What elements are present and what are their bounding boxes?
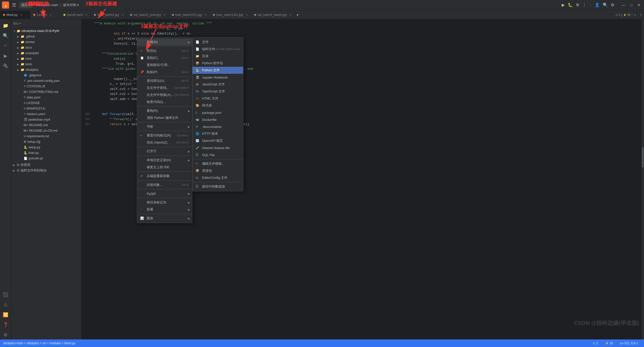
menu-item-paste[interactable]: 📌 粘贴(P) Ctrl+V: [137, 68, 192, 76]
menu-item-findinfile[interactable]: 在文件中查找... Ctrl+Shift+F: [137, 84, 192, 91]
tab-train-batch1322[interactable]: train_batch1322.jpg ✕: [210, 11, 251, 19]
new-html-item[interactable]: </> HTML 文件: [193, 95, 243, 102]
tree-docs[interactable]: ▶ 📁 docs: [11, 45, 81, 50]
notification-icon[interactable]: ⚠ 1 | ⚡ 15 ^ ∨: [613, 11, 638, 19]
activity-vcs-icon[interactable]: ⑂: [1, 41, 10, 50]
menu-item-chart[interactable]: 📊 图表: [137, 215, 192, 222]
new-gherkin-item[interactable]: 🥒 Gherkin feature file: [193, 144, 243, 151]
new-file-item[interactable]: 📄 文件: [193, 39, 243, 46]
tab-val-batch0[interactable]: val_batch0_labels.jpg ✕: [251, 11, 295, 19]
profile-icon[interactable]: 👤: [595, 3, 600, 7]
tree-data-yaml[interactable]: Y data.yaml: [11, 95, 81, 100]
menu-item-cut[interactable]: ✂ 剪切(I) Ctrl+X: [137, 47, 192, 54]
debug-icon[interactable]: 🐛: [568, 3, 573, 7]
new-pyfile-item[interactable]: 🐍 Python 文件: [193, 67, 243, 74]
new-openapi-item[interactable]: 🔄 OpenAPI 规范: [193, 137, 243, 144]
minimize-button[interactable]: —: [620, 3, 627, 8]
new-jupyter-item[interactable]: 📓 Jupyter Notebook: [193, 74, 243, 81]
tree-ultralytics[interactable]: ▶ 📁 ultralytics: [11, 67, 81, 73]
menu-item-copypath[interactable]: 复制路径/引用...: [137, 61, 192, 68]
menu-item-findusage[interactable]: 查找用法(U) Alt+F7: [137, 77, 192, 84]
tree-license[interactable]: ≡ LICENSE: [11, 100, 81, 106]
ide-settings-icon[interactable]: ⚙: [611, 3, 614, 7]
new-edittemplate-item[interactable]: ✏ 编辑文件模板...: [193, 160, 243, 167]
tab-close-icon[interactable]: ✕: [163, 13, 166, 17]
tab-yolov8-yaml[interactable]: yolov8.yaml ✕: [60, 11, 91, 19]
new-devcontainer-item[interactable]: ⚙ .devcontainer: [193, 123, 243, 130]
editor-scrollbar[interactable]: [641, 19, 644, 339]
tree-docker[interactable]: ▶ 📁 docker: [11, 39, 81, 45]
menu-item-markdir[interactable]: 将目录标记为: [137, 199, 192, 206]
project-selector[interactable]: 项目 ▾: [19, 2, 32, 8]
tree-contributing[interactable]: M+ CONTRIBUTING.md: [11, 89, 81, 95]
activity-run-icon[interactable]: ▶: [1, 51, 10, 60]
tree-github[interactable]: ▶ 📁 .github: [11, 34, 81, 39]
tab-close-icon[interactable]: ✕: [289, 13, 291, 17]
tree-setupcfg[interactable]: ⚙ setup.cfg: [11, 139, 81, 145]
hamburger-icon[interactable]: ☰: [11, 1, 17, 9]
tree-mkdocs[interactable]: Y mkdocs.yaml: [11, 111, 81, 117]
status-errors[interactable]: ⚠ 1: [593, 341, 598, 345]
menu-item-compare[interactable]: 比较对象... Ctrl+D: [137, 181, 192, 188]
menu-item-new[interactable]: 新建(N): [137, 39, 192, 46]
run-icon[interactable]: ▶: [562, 3, 565, 7]
tree-examples[interactable]: ▶ 📁 examples: [11, 50, 81, 56]
close-button[interactable]: ✕: [636, 3, 642, 8]
tab-block-py[interactable]: block.py ✕: [0, 11, 30, 19]
new-tempfile-item[interactable]: 📄 临时文件 Ctrl+Alt+Shift+Insert: [193, 46, 243, 53]
menu-item-reload[interactable]: ↺ 从磁盘重新加载: [137, 172, 192, 180]
git-icon[interactable]: ⑂: [638, 11, 644, 19]
status-line[interactable]: Ln 312, Col 1: [620, 341, 638, 345]
tree-setuppy[interactable]: 🐍 setup.py: [11, 145, 81, 150]
tree-external[interactable]: ▶ 🏛 外部库: [11, 162, 81, 168]
menu-item-clearpyc[interactable]: 清除 Python 编译文件: [137, 114, 192, 121]
new-http-item[interactable]: 🌐 HTTP 请求: [193, 130, 243, 137]
vcs-selector[interactable]: ultralytics-main | 版本控制 ▾: [34, 2, 81, 8]
menu-item-replaceinfile[interactable]: 在文件中替换(A)... Ctrl+Shift+R: [137, 91, 192, 98]
new-editorconfig-item[interactable]: ⚙ EditorConfig 文件: [193, 174, 243, 181]
tree-readme-cn[interactable]: M+ README.zh-CN.md: [11, 128, 81, 133]
menu-item-fixide[interactable]: 修复文上的 IDE: [137, 164, 192, 171]
tree-root[interactable]: ▼ 📁 ultralytics-main D:\2-Pyth: [11, 28, 81, 34]
new-ts-item[interactable]: TS TypeScript 文件: [193, 88, 243, 95]
activity-terminal-icon[interactable]: ⬛: [1, 290, 10, 299]
status-warnings[interactable]: ⚡ 15: [605, 341, 613, 345]
activity-settings-icon[interactable]: ⚙: [1, 330, 10, 339]
menu-item-reformat[interactable]: ≡ 重置代码格式(R) Ctrl+Alt+L: [137, 132, 192, 139]
tab-close-icon[interactable]: ✕: [246, 13, 248, 17]
tab-train-batch1321[interactable]: train_batch1321.jpg ✕: [169, 11, 210, 19]
new-sql-item[interactable]: 🗄 SQL File: [193, 151, 243, 158]
new-resourcebundle-item[interactable]: 📦 资源包: [193, 167, 243, 174]
activity-git-icon[interactable]: 🔀: [1, 310, 10, 319]
activity-plugins-icon[interactable]: 🔌: [1, 61, 10, 71]
new-packagejson-item[interactable]: {} package.json: [193, 109, 243, 116]
tab-close-icon[interactable]: ✕: [85, 13, 88, 17]
menu-item-localhistory[interactable]: 本地历史记录(H): [137, 157, 192, 164]
menu-item-optimizeimport[interactable]: 优化 import(Z) Ctrl+Alt+O: [137, 139, 192, 146]
menu-item-openin[interactable]: 打开于: [137, 148, 192, 155]
tab-val-batch2[interactable]: val_batch2_pred.jpg ✕: [127, 11, 169, 19]
tree-requirements[interactable]: ≡ requirements.txt: [11, 133, 81, 139]
tree-pedestrian[interactable]: 🎬 pedestrian.mp4: [11, 117, 81, 122]
new-css-item[interactable]: 🎨 样式表: [193, 102, 243, 109]
tree-manifest[interactable]: ≡ MANIFEST.in: [11, 106, 81, 111]
tree-citation[interactable]: Y CITATION.cff: [11, 84, 81, 89]
tab-more-button[interactable]: ▾: [295, 11, 300, 19]
tab-close-icon[interactable]: ✕: [49, 13, 52, 17]
tree-trianpy[interactable]: 🐍 trian.py: [11, 150, 81, 156]
tree-gitignore[interactable]: 🔷 .gitignore: [11, 73, 81, 78]
activity-problems-icon[interactable]: ⚠: [1, 300, 10, 309]
status-path[interactable]: ultralytics-main > ultralytics > nn > mo…: [3, 341, 75, 345]
new-datasource-item[interactable]: 🗄 路径中的数据源: [193, 183, 243, 190]
menu-item-refactor[interactable]: 重构(R): [137, 107, 192, 114]
activity-files-icon[interactable]: 📁: [1, 21, 10, 30]
new-dockerfile-item[interactable]: 🐳 Dockerfile: [193, 116, 243, 123]
menu-item-copy[interactable]: 📋 复制(C) Ctrl+C: [137, 54, 192, 61]
menu-item-inspect[interactable]: 检查代码(I)...: [137, 98, 192, 106]
activity-bottom-icon[interactable]: ❓: [1, 320, 10, 329]
tree-yolov8n[interactable]: 📄 yolov8n.pt: [11, 156, 81, 161]
new-js-item[interactable]: JS JavaScript 文件: [193, 81, 243, 88]
tab-close-icon[interactable]: ✕: [204, 13, 207, 17]
menu-item-pyqt5[interactable]: PyQt5: [137, 190, 192, 197]
tree-runs[interactable]: ▶ 📁 runs: [11, 56, 81, 61]
